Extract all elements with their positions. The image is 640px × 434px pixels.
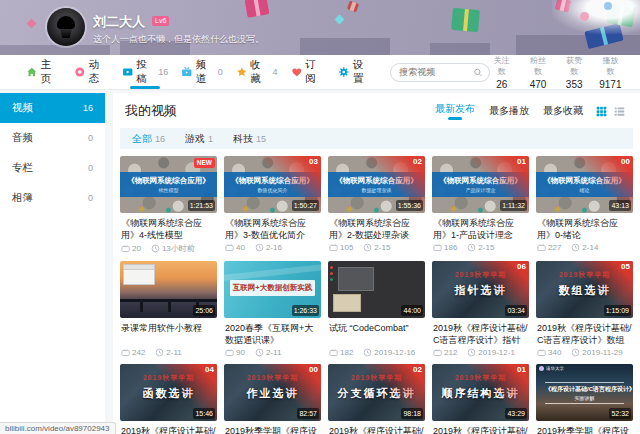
video-card[interactable]: 《物联网系统综合应用》绪论0043:13《物联网系统综合应用》0-绪论2272-… bbox=[536, 156, 633, 254]
upload-date-group: 2-16 bbox=[255, 243, 282, 252]
thumbnail-title-box: 《程序设计基础/C语言程序设计》实验讲解 bbox=[545, 382, 624, 404]
stat-2[interactable]: 获赞数353 bbox=[563, 55, 586, 90]
video-thumbnail[interactable]: 《物联网系统综合应用》产品设计理念011:11:32 bbox=[432, 156, 529, 213]
video-title[interactable]: 试玩 “CodeCombat” bbox=[328, 322, 425, 346]
video-thumbnail[interactable]: 清华大学《程序设计基础/C语言程序设计》实验讲解52:32 bbox=[536, 364, 633, 421]
sort-option-0[interactable]: 最新发布 bbox=[435, 102, 475, 120]
search-input[interactable] bbox=[397, 66, 473, 78]
filter-label: 科技 bbox=[233, 133, 253, 144]
upload-date-group: 2019-11-29 bbox=[571, 348, 622, 357]
nav-item-label: 频道 bbox=[196, 58, 216, 86]
filter-1[interactable]: 游戏1 bbox=[185, 132, 213, 146]
video-title[interactable]: 2019秋《程序设计基础/C语言程序 bbox=[328, 425, 425, 434]
video-thumbnail[interactable]: 《物联网系统综合应用》数值优化简介031:50:27 bbox=[224, 156, 321, 213]
video-card[interactable]: 2019秋季学期分支循环选讲0298:182019秋《程序设计基础/C语言程序 bbox=[328, 364, 425, 434]
video-meta: 2013小时前 bbox=[120, 243, 217, 254]
nav-item-dynamics[interactable]: 动态 bbox=[74, 55, 109, 89]
video-title[interactable]: 《物联网系统综合应用》2-数据处理杂谈 bbox=[328, 217, 425, 241]
play-count-group: 105 bbox=[329, 243, 353, 252]
video-card[interactable]: 25:06录课常用软件小教程2422-11 bbox=[120, 261, 217, 357]
play-count-icon bbox=[433, 243, 442, 252]
video-thumbnail[interactable]: 《物联网系统综合应用》线性模型NEW1:21:53 bbox=[120, 156, 217, 213]
video-thumbnail[interactable]: 2019秋季学期顺序结构选讲0143:29 bbox=[432, 364, 529, 421]
episode-badge: 00 bbox=[309, 365, 318, 374]
video-card[interactable]: 清华大学《程序设计基础/C语言程序设计》实验讲解52:322019秋季学期《程序… bbox=[536, 364, 633, 434]
video-title[interactable]: 2019秋《程序设计基础/C语言程序设计》数组选讲 bbox=[536, 322, 633, 346]
search-icon[interactable] bbox=[473, 67, 483, 78]
video-card[interactable]: 《物联网系统综合应用》线性模型NEW1:21:53《物联网系统综合应用》4-线性… bbox=[120, 156, 217, 254]
sidebar-item-0[interactable]: 视频16 bbox=[0, 93, 105, 123]
episode-badge: 05 bbox=[621, 262, 630, 271]
sidebar-item-1[interactable]: 音频0 bbox=[0, 123, 105, 153]
duration-label: 15:46 bbox=[193, 408, 215, 419]
video-title[interactable]: 2020春季《互联网+大数据通识课》 bbox=[224, 322, 321, 346]
video-title[interactable]: 《物联网系统综合应用》4-线性模型 bbox=[120, 217, 217, 241]
sidebar-item-3[interactable]: 相簿0 bbox=[0, 183, 105, 213]
video-card[interactable]: 2019秋季学期作业选讲0082:572019秋季学期《程序设计基础/C语 bbox=[224, 364, 321, 434]
username[interactable]: 刘二大人 bbox=[93, 13, 145, 31]
desktop-icons-decor bbox=[330, 266, 333, 269]
nav-item-count: 16 bbox=[158, 67, 168, 77]
nav-item-heart[interactable]: 订阅 bbox=[291, 55, 326, 89]
stat-3[interactable]: 播放数9171 bbox=[599, 55, 622, 90]
video-card[interactable]: 2019秋季学期指针选讲0603:342019秋《程序设计基础/C语言程序设计》… bbox=[432, 261, 529, 357]
video-card[interactable]: 2019秋季学期顺序结构选讲0143:292019秋《程序设计基础/C语言程序 bbox=[432, 364, 529, 434]
clock-icon bbox=[467, 243, 476, 252]
thumbnail-header: 清华大学 bbox=[539, 366, 630, 371]
video-thumbnail[interactable]: 2019秋季学期函数选讲0415:46 bbox=[120, 364, 217, 421]
video-card[interactable]: 2019秋季学期函数选讲0415:462019秋《程序设计基础/C语言程序 bbox=[120, 364, 217, 434]
stat-1[interactable]: 粉丝数470 bbox=[526, 55, 549, 90]
heart-icon bbox=[291, 66, 303, 78]
sidebar-item-label: 专栏 bbox=[12, 161, 33, 175]
play-count-group: 40 bbox=[225, 243, 245, 252]
sort-option-2[interactable]: 最多收藏 bbox=[543, 104, 583, 118]
upload-date: 2-16 bbox=[266, 243, 282, 252]
video-card[interactable]: 《物联网系统综合应用》数据处理杂谈021:55:36《物联网系统综合应用》2-数… bbox=[328, 156, 425, 254]
video-thumbnail[interactable]: 25:06 bbox=[120, 261, 217, 318]
video-title[interactable]: 2019秋季学期《程序设计基础/C语 bbox=[536, 425, 633, 434]
video-thumbnail[interactable]: 2019秋季学期分支循环选讲0298:18 bbox=[328, 364, 425, 421]
video-thumbnail[interactable]: 44:00 bbox=[328, 261, 425, 318]
stat-0[interactable]: 关注数26 bbox=[490, 55, 513, 90]
level-badge: Lv6 bbox=[152, 16, 169, 26]
nav-item-gear[interactable]: 设置 bbox=[338, 55, 373, 89]
nav-items: 主页动态投稿16频道0收藏4订阅设置 bbox=[26, 55, 386, 89]
video-card[interactable]: 《物联网系统综合应用》数值优化简介031:50:27《物联网系统综合应用》3-数… bbox=[224, 156, 321, 254]
episode-badge: 00 bbox=[621, 157, 630, 166]
video-title[interactable]: 2019秋季学期《程序设计基础/C语 bbox=[224, 425, 321, 434]
video-thumbnail[interactable]: 2019秋季学期作业选讲0082:57 bbox=[224, 364, 321, 421]
video-thumbnail[interactable]: 《物联网系统综合应用》绪论0043:13 bbox=[536, 156, 633, 213]
video-card[interactable]: 《物联网系统综合应用》产品设计理念011:11:32《物联网系统综合应用》1-产… bbox=[432, 156, 529, 254]
nav-item-channel[interactable]: 频道0 bbox=[181, 55, 223, 89]
upload-date: 2-11 bbox=[266, 348, 281, 357]
filter-0[interactable]: 全部16 bbox=[132, 132, 165, 146]
play-count-icon bbox=[121, 244, 130, 253]
video-title[interactable]: 2019秋《程序设计基础/C语言程序 bbox=[432, 425, 529, 434]
nav-item-star[interactable]: 收藏4 bbox=[236, 55, 278, 89]
video-card[interactable]: 2019秋季学期数组选讲051:15:092019秋《程序设计基础/C语言程序设… bbox=[536, 261, 633, 357]
search-box[interactable] bbox=[390, 63, 490, 82]
nav-item-video-upload[interactable]: 投稿16 bbox=[122, 55, 168, 89]
video-thumbnail[interactable]: 互联网+大数据创新实践1:26:33 bbox=[224, 261, 321, 318]
video-thumbnail[interactable]: 2019秋季学期指针选讲0603:34 bbox=[432, 261, 529, 318]
video-card[interactable]: 互联网+大数据创新实践1:26:332020春季《互联网+大数据通识课》902-… bbox=[224, 261, 321, 357]
video-card[interactable]: 44:00试玩 “CodeCombat”1822019-12-16 bbox=[328, 261, 425, 357]
video-title[interactable]: 《物联网系统综合应用》0-绪论 bbox=[536, 217, 633, 241]
episode-badge: 02 bbox=[413, 157, 422, 166]
video-title[interactable]: 2019秋《程序设计基础/C语言程序设计》指针选讲 bbox=[432, 322, 529, 346]
upload-date-group: 2-11 bbox=[155, 348, 181, 357]
video-title[interactable]: 2019秋《程序设计基础/C语言程序 bbox=[120, 425, 217, 434]
video-title[interactable]: 《物联网系统综合应用》1-产品设计理念 bbox=[432, 217, 529, 241]
filter-2[interactable]: 科技15 bbox=[233, 132, 266, 146]
avatar[interactable] bbox=[47, 8, 85, 46]
video-title[interactable]: 《物联网系统综合应用》3-数值优化简介 bbox=[224, 217, 321, 241]
sort-option-1[interactable]: 最多播放 bbox=[489, 104, 529, 118]
sidebar-item-2[interactable]: 专栏0 bbox=[0, 153, 105, 183]
nav-item-home[interactable]: 主页 bbox=[26, 55, 61, 89]
episode-badge: 02 bbox=[413, 365, 422, 374]
list-view-icon[interactable] bbox=[614, 106, 625, 117]
video-thumbnail[interactable]: 2019秋季学期数组选讲051:15:09 bbox=[536, 261, 633, 318]
video-title[interactable]: 录课常用软件小教程 bbox=[120, 322, 217, 346]
grid-view-icon[interactable] bbox=[596, 106, 607, 117]
video-thumbnail[interactable]: 《物联网系统综合应用》数据处理杂谈021:55:36 bbox=[328, 156, 425, 213]
